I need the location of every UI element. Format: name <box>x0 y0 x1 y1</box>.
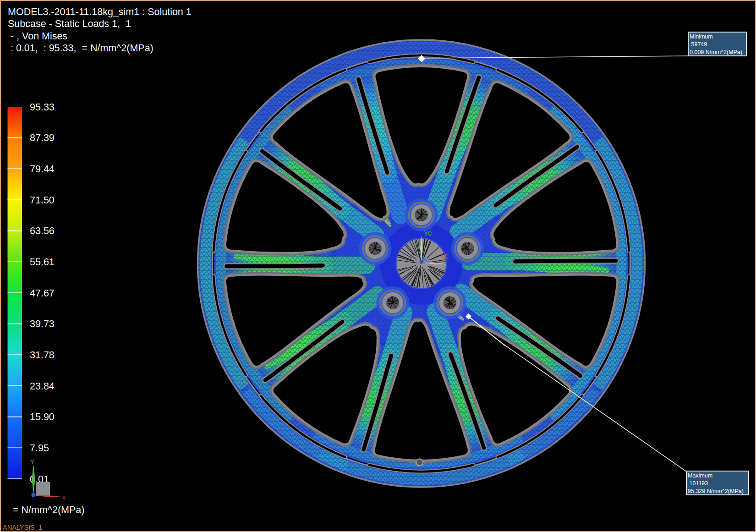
svg-text:x: x <box>62 494 66 501</box>
svg-text:YC: YC <box>424 230 432 237</box>
svg-text:59749: 59749 <box>690 41 707 48</box>
svg-text:= N/mm^2(MPa): = N/mm^2(MPa) <box>13 505 84 516</box>
svg-text:79.44: 79.44 <box>30 164 55 175</box>
svg-text:95.33: 95.33 <box>30 102 55 113</box>
svg-text:Maximum: Maximum <box>688 472 712 479</box>
svg-text:63.56: 63.56 <box>30 225 55 236</box>
svg-text:: 0.01, : 95.33, = N/mm^2(MP: : 0.01, : 95.33, = N/mm^2(MPa) <box>8 43 153 54</box>
svg-text:ZC: ZC <box>422 258 430 264</box>
svg-text:0.009 N/mm^2(MPa): 0.009 N/mm^2(MPa) <box>690 49 742 55</box>
svg-text:Subcase - Static Loads 1, 1: Subcase - Static Loads 1, 1 <box>8 18 131 29</box>
svg-text:87.39: 87.39 <box>30 132 55 143</box>
svg-text:71.50: 71.50 <box>30 195 55 206</box>
svg-text:47.67: 47.67 <box>30 288 55 299</box>
svg-text:ANALYSIS_1: ANALYSIS_1 <box>3 524 42 531</box>
svg-text:MODEL3.-2011-11.18kg_sim1 : So: MODEL3.-2011-11.18kg_sim1 : Solution 1 <box>8 6 192 17</box>
svg-text:101193: 101193 <box>688 480 708 487</box>
svg-text:Minimum: Minimum <box>690 33 713 40</box>
svg-text:15.90: 15.90 <box>30 411 55 422</box>
svg-text:55.61: 55.61 <box>30 257 55 268</box>
svg-text:31.78: 31.78 <box>30 350 55 361</box>
svg-text:23.84: 23.84 <box>30 381 55 392</box>
svg-text:Y: Y <box>30 458 34 465</box>
svg-text:XC: XC <box>441 253 449 260</box>
svg-text:7.95: 7.95 <box>30 443 49 454</box>
svg-text:95.329 N/mm^2(MPa): 95.329 N/mm^2(MPa) <box>688 488 744 494</box>
svg-text:- , Von Mises: - , Von Mises <box>8 31 67 42</box>
svg-text:39.73: 39.73 <box>30 318 55 329</box>
